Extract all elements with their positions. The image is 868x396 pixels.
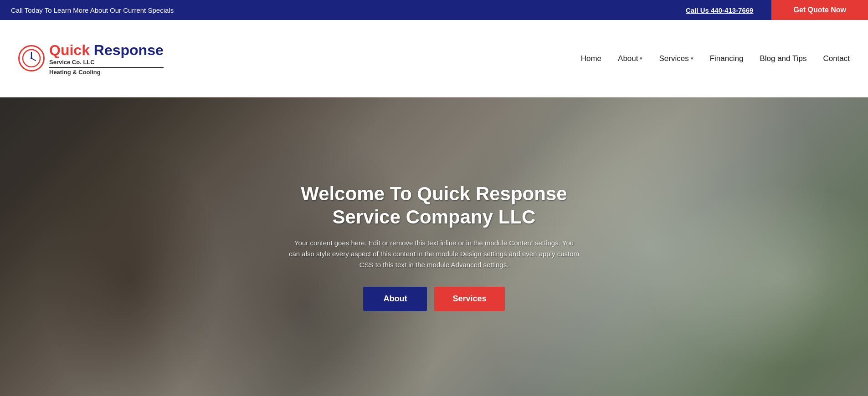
logo-response: Response bbox=[94, 42, 164, 58]
nav-contact[interactable]: Contact bbox=[823, 54, 850, 63]
services-button[interactable]: Services bbox=[434, 287, 504, 311]
about-chevron-icon: ▾ bbox=[640, 56, 642, 61]
clock-icon bbox=[22, 49, 41, 68]
phone-link[interactable]: Call Us 440-413-7669 bbox=[668, 6, 771, 14]
services-chevron-icon: ▾ bbox=[691, 56, 693, 61]
nav-home[interactable]: Home bbox=[581, 54, 601, 63]
get-quote-button[interactable]: Get Quote Now bbox=[771, 0, 868, 20]
hero-section: Welcome To Quick Response Service Compan… bbox=[0, 97, 868, 396]
nav-about[interactable]: About ▾ bbox=[618, 54, 642, 63]
nav-services[interactable]: Services ▾ bbox=[659, 54, 693, 63]
logo-sub2: Heating & Cooling bbox=[49, 69, 164, 76]
hero-buttons: About Services bbox=[288, 287, 580, 311]
promo-text: Call Today To Learn More About Our Curre… bbox=[0, 6, 668, 14]
logo-sub1: Service Co. LLC bbox=[49, 59, 164, 68]
hero-content: Welcome To Quick Response Service Compan… bbox=[279, 183, 589, 311]
logo-icon bbox=[18, 45, 45, 71]
logo-text: Quick Response Service Co. LLC Heating &… bbox=[49, 41, 164, 76]
top-bar: Call Today To Learn More About Our Curre… bbox=[0, 0, 868, 20]
nav-blog[interactable]: Blog and Tips bbox=[760, 54, 806, 63]
svg-point-3 bbox=[31, 57, 32, 59]
logo-quick: Quick bbox=[49, 42, 94, 58]
nav-financing[interactable]: Financing bbox=[710, 54, 744, 63]
header: Quick Response Service Co. LLC Heating &… bbox=[0, 20, 868, 97]
hero-subtitle: Your content goes here. Edit or remove t… bbox=[288, 238, 580, 270]
about-button[interactable]: About bbox=[363, 287, 427, 311]
main-nav: Home About ▾ Services ▾ Financing Blog a… bbox=[581, 54, 850, 63]
hero-title: Welcome To Quick Response Service Compan… bbox=[288, 183, 580, 228]
logo[interactable]: Quick Response Service Co. LLC Heating &… bbox=[18, 41, 164, 76]
